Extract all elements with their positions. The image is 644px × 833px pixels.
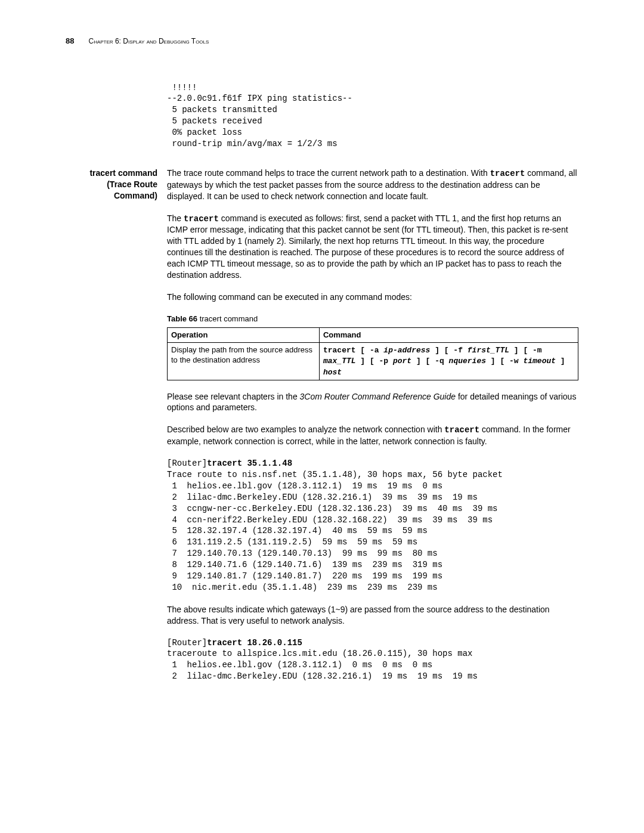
- cmd-text: ] [ -f: [430, 346, 467, 355]
- cmd-text: tracert [ -a: [323, 346, 383, 355]
- example-1-output: Trace route to nis.nsf.net (35.1.1.48), …: [167, 469, 578, 593]
- para2-text-b: command is executed as follows: first, s…: [167, 213, 568, 280]
- paragraph-2: The tracert command is executed as follo…: [167, 213, 578, 281]
- example-1: [Router]tracert 35.1.1.48 Trace route to…: [167, 458, 578, 593]
- tracert-keyword: tracert: [444, 425, 479, 435]
- cmd-arg: max_TTL: [323, 357, 356, 366]
- para1-text-a: The trace route command helps to trace t…: [167, 168, 490, 178]
- td-operation: Display the path from the source address…: [171, 345, 312, 365]
- para2-text-a: The: [167, 213, 184, 223]
- para5-text-a: Described below are two examples to anal…: [167, 425, 444, 434]
- cmd-arg: host: [323, 368, 342, 377]
- cmd-text: ]: [556, 357, 565, 366]
- page-header: 88 Chapter 6: Display and Debugging Tool…: [66, 36, 578, 47]
- example-2-output: traceroute to allspice.lcs.mit.edu (18.2…: [167, 648, 578, 682]
- para4-text-a: Please see relevant chapters in the: [167, 392, 300, 401]
- cmd-bold: tracert 18.26.0.115: [207, 638, 302, 648]
- example-2: [Router]tracert 18.26.0.115 traceroute t…: [167, 637, 578, 683]
- ipx-ping-output: !!!!! --2.0.0c91.f61f IPX ping statistic…: [167, 82, 578, 150]
- cmd-text: ] [ -w: [486, 357, 523, 366]
- cmd-arg: port: [393, 357, 411, 366]
- chapter-title: Chapter 6: Display and Debugging Tools: [88, 36, 209, 46]
- cmd-arg: nqueries: [449, 357, 486, 366]
- th-command: Command: [323, 330, 361, 339]
- guide-title: 3Com Router Command Reference Guide: [300, 392, 456, 401]
- prompt: [Router]: [167, 638, 207, 648]
- table-row: Display the path from the source address…: [168, 342, 578, 380]
- table-caption: Table 66 tracert command: [167, 314, 578, 324]
- section-tracert: tracert command (Trace Route Command) Th…: [66, 168, 578, 682]
- top-code-block: !!!!! --2.0.0c91.f61f IPX ping statistic…: [167, 82, 578, 150]
- cmd-arg: first_TTL: [467, 346, 509, 355]
- paragraph-3: The following command can be executed in…: [167, 292, 578, 303]
- tracert-keyword: tracert: [184, 214, 219, 224]
- paragraph-6: The above results indicate which gateway…: [167, 604, 578, 627]
- side-heading: tracert command (Trace Route Command): [66, 168, 167, 682]
- paragraph-1: The trace route command helps to trace t…: [167, 168, 578, 202]
- paragraph-4: Please see relevant chapters in the 3Com…: [167, 391, 578, 414]
- cmd-text: ] [ -p: [356, 357, 393, 366]
- example-2-cmdline: [Router]tracert 18.26.0.115: [167, 637, 578, 649]
- example-1-cmdline: [Router]tracert 35.1.1.48: [167, 458, 578, 469]
- tracert-keyword: tracert: [490, 169, 525, 178]
- table-caption-rest: tracert command: [197, 314, 258, 323]
- th-operation: Operation: [171, 330, 208, 339]
- tracert-table: Operation Command Display the path from …: [167, 327, 578, 380]
- page-number: 88: [66, 36, 74, 47]
- cmd-arg: ip-address: [383, 346, 430, 355]
- cmd-text: ] [ -q: [411, 357, 448, 366]
- page: 88 Chapter 6: Display and Debugging Tool…: [0, 0, 644, 833]
- paragraph-5: Described below are two examples to anal…: [167, 424, 578, 447]
- section-content: The trace route command helps to trace t…: [167, 168, 578, 682]
- cmd-arg: timeout: [523, 357, 556, 366]
- prompt: [Router]: [167, 459, 207, 468]
- table-caption-bold: Table 66: [167, 314, 197, 323]
- table-header-row: Operation Command: [168, 328, 578, 343]
- td-command: tracert [ -a ip-address ] [ -f first_TTL…: [319, 342, 578, 380]
- cmd-bold: tracert 35.1.1.48: [207, 459, 292, 468]
- cmd-text: ] [ -m: [509, 346, 542, 355]
